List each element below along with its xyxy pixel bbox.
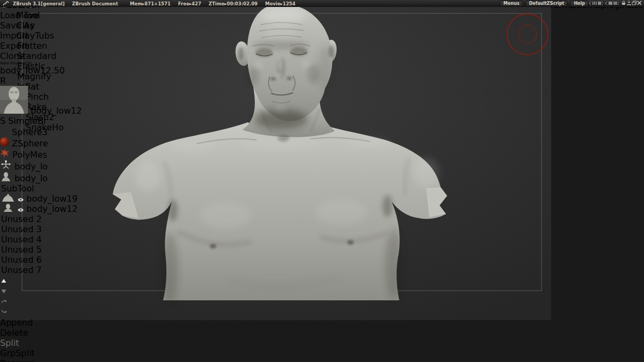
stat-ztime: ZTime▸00:03:02.09: [209, 1, 258, 6]
subtool-palette: SubTool body_low19 body_low12: [0, 183, 82, 317]
split-button: Split: [0, 338, 82, 348]
canvas-3d-view: [0, 0, 551, 320]
palette-scroll-right-icon[interactable]: [605, 1, 621, 6]
active-tool-thumbnail[interactable]: body_low12: [0, 86, 82, 116]
subtool-row-unused: Unused 5: [1, 245, 80, 255]
polymesh-star-icon: [0, 149, 10, 158]
subtool-row-body-low19[interactable]: body_low19: [1, 194, 80, 204]
tool-item-armature[interactable]: body_lo: [0, 160, 82, 172]
restore-icon[interactable]: [632, 1, 637, 6]
subtool-header[interactable]: SubTool: [1, 183, 80, 194]
palette-scroll-left-icon[interactable]: [589, 1, 605, 6]
default-zscript-button[interactable]: DefaultZScript: [525, 1, 568, 7]
stat-movie: Movie▸1254: [265, 1, 295, 6]
title-bar: ZBrush 3.1[general] ZBrush Document Mem▸…: [0, 0, 644, 7]
save-as-button[interactable]: Save As: [0, 20, 82, 31]
bust-thumb-icon: [0, 173, 14, 183]
tool-item-simplebrush[interactable]: S SimpleBr: [0, 116, 82, 126]
tool-item-bust[interactable]: body_lo: [0, 172, 82, 183]
tool-item-polymesh[interactable]: PolyMes: [0, 149, 82, 160]
subtool-copy-up-icon[interactable]: [1, 295, 80, 306]
active-tool-slider[interactable]: body_low12.50: [0, 65, 82, 76]
subtool-row-unused: Unused 3: [1, 224, 80, 234]
subtool-row-unused: Unused 7: [1, 265, 80, 275]
document-canvas[interactable]: [0, 0, 551, 322]
menus-button[interactable]: Menus: [500, 1, 523, 7]
stat-mem: Mem▸871+1571: [130, 1, 171, 6]
subtool-move-down-button[interactable]: [1, 285, 80, 295]
subtool-thumb-icon: [1, 204, 18, 214]
close-icon[interactable]: [637, 1, 642, 6]
minimize-icon[interactable]: [626, 1, 632, 6]
rename-button[interactable]: Rename: [0, 358, 82, 362]
tool-item-sphere3d[interactable]: Sphere3: [0, 126, 82, 137]
sphere3d-icon: [0, 126, 9, 135]
subtool-move-up-button[interactable]: [1, 275, 80, 285]
zsphere-icon: [0, 137, 9, 146]
r-button[interactable]: R: [0, 76, 8, 86]
subtool-list: body_low19 body_low12 Unused 2: [1, 194, 80, 316]
subtool-row-unused: Unused 6: [1, 255, 80, 265]
app-title: ZBrush 3.1[general]: [13, 1, 64, 6]
tool-main-palette: Load Tool Save As Import Export Clone Ma…: [0, 10, 82, 183]
subtool-row-unused: Unused 4: [1, 234, 80, 245]
subtool-row-body-low12-selected[interactable]: body_low12: [1, 204, 80, 214]
visibility-eye-icon[interactable]: [18, 194, 26, 204]
make-polymesh3d-button[interactable]: Make PolyMesh3D: [0, 61, 82, 65]
export-button[interactable]: Export: [0, 41, 82, 51]
visibility-eye-icon[interactable]: [18, 204, 26, 214]
lock-icon[interactable]: [621, 1, 626, 6]
subtool-thumb-icon: [1, 194, 18, 204]
zsphere-armature-icon: [0, 161, 14, 172]
tool-item-zsphere[interactable]: ZSphere: [0, 137, 82, 149]
document-title: ZBrush Document: [72, 1, 118, 6]
load-tool-button[interactable]: Load Tool: [0, 10, 82, 20]
subtool-row-unused: Unused 2: [1, 214, 80, 224]
import-button[interactable]: Import: [0, 31, 82, 41]
grpsplit-button[interactable]: GrpSplit: [0, 348, 82, 358]
clone-button[interactable]: Clone: [0, 51, 18, 61]
subtool-copy-down-icon[interactable]: [1, 306, 80, 316]
delete-button[interactable]: Delete: [0, 328, 82, 338]
stat-free: Free▸427: [178, 1, 201, 6]
append-button[interactable]: Append: [0, 317, 82, 328]
zbrush-logo-icon: [2, 1, 10, 6]
help-button[interactable]: Help: [570, 1, 589, 7]
tool-palette: Tool Load Tool Save As Import Export Clo…: [0, 0, 82, 362]
